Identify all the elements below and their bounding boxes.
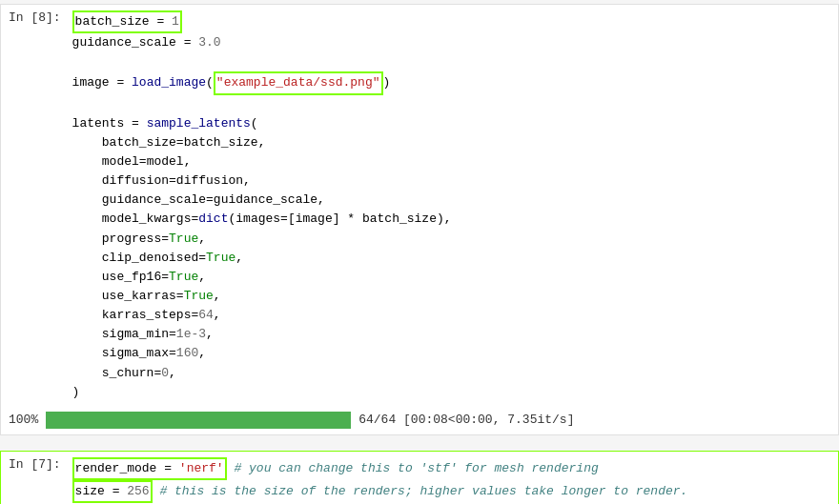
code-line: model=model, [72, 152, 830, 171]
progress-info: 64/64 [00:08<00:00, 7.35it/s] [358, 413, 574, 427]
cell-1-code: batch_size = 1 guidance_scale = 3.0 imag… [65, 5, 838, 408]
code-token: 64 [198, 308, 214, 322]
code-token: = [161, 232, 169, 246]
code-token: diffusion [176, 173, 243, 188]
code-token: ) [72, 385, 80, 399]
code-line: batch_size = 1 [72, 10, 830, 33]
code-token: guidance_scale [214, 192, 317, 207]
code-token: ] * [333, 212, 362, 226]
notebook-container: In [8]: batch_size = 1 guidance_scale = … [0, 4, 839, 504]
code-token: 1 [172, 14, 179, 29]
code-token: 3.0 [198, 35, 220, 50]
code-token: "example_data/ssd.png" [216, 75, 380, 90]
code-token: = [105, 484, 127, 498]
code-line [72, 52, 830, 71]
cell-1-label: In [8]: [1, 5, 65, 30]
code-token: model [147, 154, 184, 169]
code-token: = [206, 192, 214, 207]
progress-bar-fill [46, 412, 351, 429]
code-token: model [72, 154, 139, 169]
cell-1: In [8]: batch_size = 1 guidance_scale = … [0, 4, 839, 435]
code-token: ( [251, 116, 258, 131]
code-token: = [156, 461, 178, 475]
code-line: s_churn=0, [72, 364, 830, 383]
code-token: model_kwargs [72, 212, 192, 226]
code-token: batch_size [362, 212, 437, 226]
code-token: 1e-3 [176, 327, 206, 341]
code-line: clip_denoised=True, [72, 249, 830, 268]
highlight-size: size = 256 [72, 480, 153, 503]
code-token: ( [206, 75, 214, 90]
code-token: dict [198, 212, 228, 226]
code-line: diffusion=diffusion, [72, 171, 830, 191]
code-token: , [198, 346, 206, 360]
code-token: batch_size [72, 135, 176, 150]
code-token: , [214, 308, 221, 322]
code-token: , [169, 366, 176, 380]
progress-bar-container [46, 412, 351, 429]
cell-2: In [7]: render_mode = 'nerf' # you can c… [0, 451, 839, 504]
code-token: load_image [132, 75, 206, 90]
code-token: image [296, 212, 333, 226]
code-token: size [75, 484, 105, 498]
code-token: = [198, 251, 206, 265]
cell-2-code: render_mode = 'nerf' # you can change th… [65, 452, 838, 504]
code-token: use_fp16 [72, 270, 162, 284]
code-line: sigma_min=1e-3, [72, 325, 830, 344]
code-token: guidance_scale [72, 192, 206, 207]
code-token: True [184, 289, 214, 303]
code-token: s_churn [72, 366, 154, 380]
code-token: = [176, 35, 198, 50]
code-token: images [235, 212, 280, 226]
code-token: = [150, 14, 172, 29]
code-token: = [169, 327, 176, 341]
code-line: sigma_max=160, [72, 344, 830, 363]
code-token: ), [437, 212, 452, 226]
code-token: render_mode [75, 461, 157, 475]
progress-label: 100% [9, 413, 38, 427]
code-token: latents [72, 116, 125, 131]
code-token: = [169, 173, 176, 188]
code-token: , [184, 154, 192, 169]
cell-divider [0, 439, 839, 447]
code-token: =[ [280, 212, 296, 226]
code-token: clip_denoised [72, 251, 199, 265]
code-token: = [169, 346, 176, 360]
code-line: image = load_image("example_data/ssd.png… [72, 71, 830, 94]
code-line: latents = sample_latents( [72, 114, 830, 133]
code-token: True [206, 251, 235, 265]
code-token: sigma_min [72, 327, 169, 341]
code-token: 0 [161, 366, 169, 380]
code-token: , [198, 232, 206, 246]
code-token: diffusion [72, 173, 169, 188]
code-line: guidance_scale = 3.0 [72, 33, 830, 52]
code-token: # you can change this to 'stf' for mesh … [234, 461, 598, 475]
code-line: ) [72, 383, 830, 402]
highlight-image-path: "example_data/ssd.png" [214, 71, 383, 94]
code-token: = [176, 289, 184, 303]
code-token: True [169, 232, 198, 246]
code-token: 160 [176, 346, 198, 360]
code-line [72, 95, 830, 114]
code-token: progress [72, 232, 162, 246]
code-line: guidance_scale=guidance_scale, [72, 191, 830, 210]
code-token: , [214, 289, 221, 303]
code-token: image [72, 75, 110, 90]
cell-2-label: In [7]: [1, 452, 65, 477]
code-line: batch_size=batch_size, [72, 133, 830, 152]
code-token: , [198, 270, 206, 284]
code-token: = [176, 135, 184, 150]
code-token: True [169, 270, 198, 284]
code-token: ) [383, 75, 391, 90]
code-line: use_fp16=True, [72, 268, 830, 287]
code-token: karras_steps [72, 308, 192, 322]
code-token: use_karras [72, 289, 176, 303]
code-token: guidance_scale [72, 35, 176, 50]
code-token: = [110, 75, 132, 90]
code-line: render_mode = 'nerf' # you can change th… [72, 457, 830, 480]
code-token: 256 [127, 484, 149, 498]
code-line: progress=True, [72, 230, 830, 249]
code-token: = [161, 270, 169, 284]
code-token: batch_size [75, 14, 150, 29]
code-token: sample_latents [147, 116, 251, 131]
